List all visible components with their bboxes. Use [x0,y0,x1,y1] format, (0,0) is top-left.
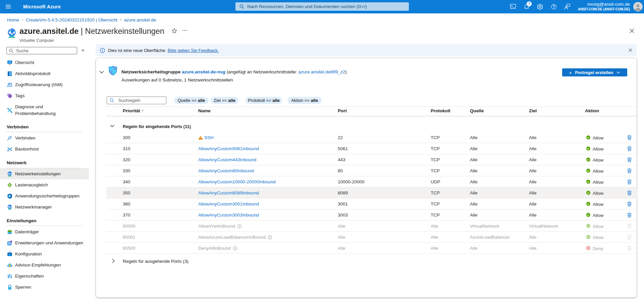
svg-text:?: ? [553,5,555,9]
